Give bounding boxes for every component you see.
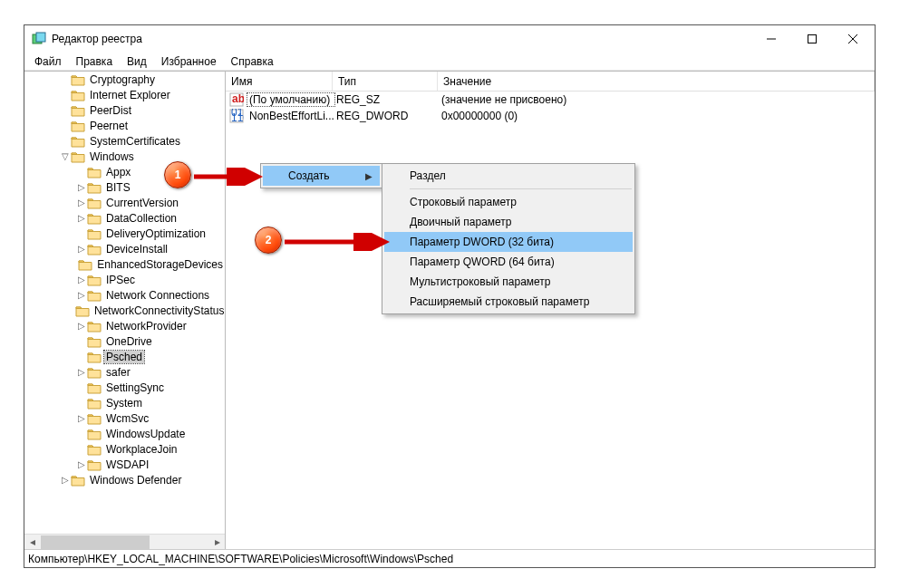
expand-toggle bbox=[59, 73, 71, 85]
close-button[interactable] bbox=[832, 26, 873, 52]
ctx-section[interactable]: Раздел bbox=[384, 166, 633, 186]
value-row[interactable]: ab(По умолчанию)REG_SZ(значение не присв… bbox=[226, 92, 875, 108]
folder-icon bbox=[78, 258, 92, 271]
expand-toggle bbox=[75, 381, 87, 393]
value-type: REG_SZ bbox=[334, 93, 440, 106]
tree-item[interactable]: Psched bbox=[24, 349, 225, 364]
tree-item[interactable]: Peernet bbox=[24, 118, 225, 133]
expand-toggle[interactable]: ▷ bbox=[75, 320, 87, 332]
tree-item[interactable]: PeerDist bbox=[24, 102, 225, 118]
tree-h-scrollbar[interactable]: ◂ ▸ bbox=[24, 534, 225, 549]
tree-item[interactable]: ▷DeviceInstall bbox=[24, 241, 225, 256]
folder-icon bbox=[87, 243, 102, 255]
expand-toggle[interactable]: ▽ bbox=[59, 150, 71, 162]
ctx-expand[interactable]: Расширяемый строковый параметр bbox=[384, 292, 633, 312]
tree-item[interactable]: ▽Windows bbox=[24, 149, 225, 164]
maximize-button[interactable] bbox=[791, 26, 832, 52]
tree-body[interactable]: CryptographyInternet ExplorerPeerDistPee… bbox=[24, 72, 225, 534]
svg-rect-1 bbox=[36, 33, 45, 42]
titlebar[interactable]: Редактор реестра bbox=[24, 25, 875, 53]
tree-item[interactable]: DeliveryOptimization bbox=[24, 226, 225, 241]
value-name: NonBestEffortLi... bbox=[247, 110, 334, 122]
tree-item[interactable]: ▷WSDAPI bbox=[24, 457, 225, 472]
expand-toggle[interactable]: ▷ bbox=[75, 243, 87, 255]
ctx-qword[interactable]: Параметр QWORD (64 бита) bbox=[384, 252, 633, 272]
app-icon bbox=[32, 32, 46, 46]
tree-item[interactable]: ▷WcmSvc bbox=[24, 410, 225, 426]
column-headers: Имя Тип Значение bbox=[226, 72, 875, 92]
folder-icon bbox=[87, 320, 102, 333]
menu-favorites[interactable]: Избранное bbox=[155, 53, 223, 70]
tree-item-label: DataCollection bbox=[104, 212, 179, 225]
tree-item[interactable]: WindowsUpdate bbox=[24, 426, 225, 441]
tree-item[interactable]: System bbox=[24, 395, 225, 410]
ctx-multi-label: Мультистроковый параметр bbox=[410, 275, 551, 288]
tree-item-label: WcmSvc bbox=[104, 412, 150, 425]
menu-file[interactable]: Файл bbox=[28, 53, 68, 70]
value-row[interactable]: 011110NonBestEffortLi...REG_DWORD0x00000… bbox=[226, 108, 875, 124]
folder-icon bbox=[87, 366, 102, 379]
menu-help[interactable]: Справка bbox=[225, 53, 280, 70]
folder-icon bbox=[87, 227, 102, 240]
expand-toggle[interactable]: ▷ bbox=[75, 289, 87, 301]
menubar: Файл Правка Вид Избранное Справка bbox=[24, 53, 875, 71]
folder-icon bbox=[87, 381, 102, 394]
scroll-right-icon[interactable]: ▸ bbox=[209, 535, 225, 550]
tree-item[interactable]: ▷Network Connections bbox=[24, 287, 225, 303]
minimize-button[interactable] bbox=[750, 26, 791, 52]
ctx-binary-label: Двоичный параметр bbox=[410, 216, 512, 228]
tree-item[interactable]: ▷CurrentVersion bbox=[24, 195, 225, 210]
tree-item-label: BITS bbox=[104, 181, 132, 194]
folder-icon bbox=[71, 104, 85, 117]
folder-icon bbox=[71, 135, 85, 148]
tree-item-label: WSDAPI bbox=[104, 458, 150, 471]
folder-icon bbox=[87, 212, 102, 225]
scroll-thumb[interactable] bbox=[41, 535, 150, 549]
tree-item-label: Network Connections bbox=[104, 289, 211, 302]
value-list[interactable]: ab(По умолчанию)REG_SZ(значение не присв… bbox=[226, 92, 875, 549]
expand-toggle[interactable]: ▷ bbox=[75, 366, 87, 378]
expand-toggle bbox=[59, 89, 71, 101]
tree-item-label: NetworkConnectivityStatus bbox=[92, 304, 225, 317]
tree-item[interactable]: ▷Windows Defender bbox=[24, 472, 225, 487]
expand-toggle[interactable]: ▷ bbox=[75, 181, 87, 193]
tree-item[interactable]: WorkplaceJoin bbox=[24, 441, 225, 457]
expand-toggle[interactable]: ▷ bbox=[59, 474, 71, 486]
tree-item[interactable]: NetworkConnectivityStatus bbox=[24, 303, 225, 318]
menu-view[interactable]: Вид bbox=[121, 53, 153, 70]
annotation-1-text: 1 bbox=[175, 169, 181, 181]
tree-item[interactable]: OneDrive bbox=[24, 333, 225, 349]
tree-item[interactable]: ▷IPSec bbox=[24, 272, 225, 287]
scroll-left-icon[interactable]: ◂ bbox=[24, 535, 40, 550]
folder-icon bbox=[87, 274, 102, 286]
tree-item-label: safer bbox=[104, 366, 132, 379]
tree-item[interactable]: ▷DataCollection bbox=[24, 210, 225, 226]
col-type[interactable]: Тип bbox=[333, 72, 438, 91]
tree-item[interactable]: Cryptography bbox=[24, 72, 225, 87]
expand-toggle[interactable]: ▷ bbox=[75, 412, 87, 424]
expand-toggle[interactable]: ▷ bbox=[75, 197, 87, 208]
ctx-dword[interactable]: Параметр DWORD (32 бита) bbox=[384, 232, 633, 252]
tree-item-label: Windows Defender bbox=[88, 474, 183, 487]
tree-item-label: Peernet bbox=[88, 120, 130, 132]
value-data: 0x00000000 (0) bbox=[440, 110, 875, 122]
tree-item[interactable]: SettingSync bbox=[24, 380, 225, 395]
ctx-create[interactable]: Создать ▶ bbox=[263, 166, 380, 186]
ctx-binary[interactable]: Двоичный параметр bbox=[384, 212, 633, 232]
expand-toggle[interactable]: ▷ bbox=[75, 212, 87, 224]
value-name: (По умолчанию) bbox=[247, 93, 334, 106]
col-name[interactable]: Имя bbox=[226, 72, 333, 91]
col-value[interactable]: Значение bbox=[438, 72, 875, 91]
expand-toggle[interactable]: ▷ bbox=[75, 274, 87, 285]
ctx-string[interactable]: Строковый параметр bbox=[384, 192, 633, 212]
tree-item[interactable]: ▷NetworkProvider bbox=[24, 318, 225, 333]
folder-icon bbox=[87, 428, 102, 440]
tree-item[interactable]: ▷safer bbox=[24, 364, 225, 380]
tree-item[interactable]: Internet Explorer bbox=[24, 87, 225, 102]
tree-item[interactable]: EnhancedStorageDevices bbox=[24, 256, 225, 272]
tree-item[interactable]: SystemCertificates bbox=[24, 133, 225, 149]
expand-toggle[interactable]: ▷ bbox=[75, 458, 87, 470]
ctx-multi[interactable]: Мультистроковый параметр bbox=[384, 272, 633, 292]
folder-icon bbox=[87, 351, 102, 363]
menu-edit[interactable]: Правка bbox=[70, 53, 120, 70]
